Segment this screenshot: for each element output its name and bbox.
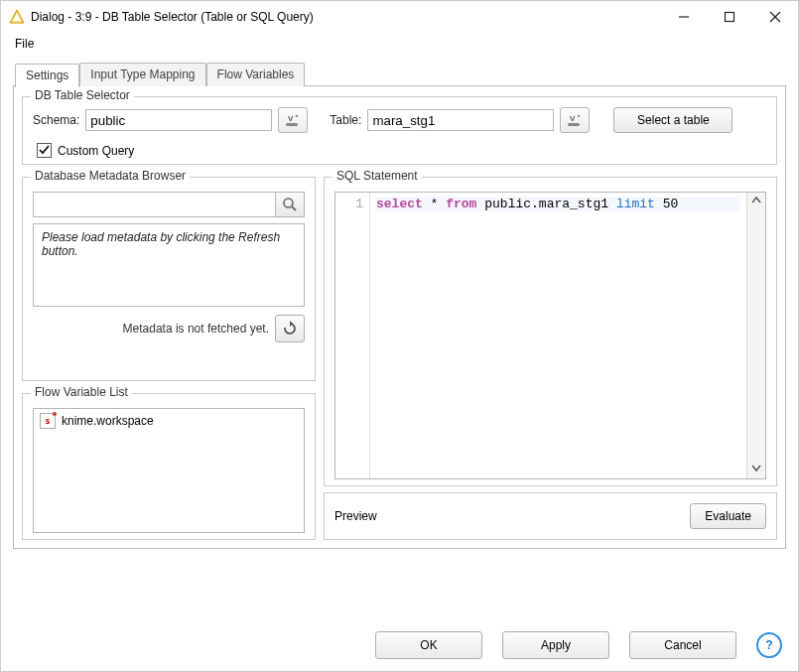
minimize-button[interactable]: [661, 1, 707, 33]
sql-scrollbar[interactable]: [746, 193, 765, 478]
table-input[interactable]: [367, 109, 554, 131]
custom-query-checkbox[interactable]: Custom Query: [37, 143, 766, 158]
menu-file[interactable]: File: [9, 35, 40, 53]
svg-marker-14: [290, 321, 293, 327]
table-var-button[interactable]: V: [560, 107, 590, 133]
sql-kw-select: select: [376, 197, 423, 211]
custom-query-label: Custom Query: [58, 144, 134, 158]
flow-variable-list[interactable]: s knime.workspace: [33, 408, 305, 533]
app-icon: [9, 9, 25, 25]
dialog-window: Dialog - 3:9 - DB Table Selector (Table …: [0, 0, 799, 672]
scroll-down-icon[interactable]: [751, 463, 761, 478]
cancel-button[interactable]: Cancel: [629, 631, 736, 659]
schema-label: Schema:: [33, 113, 79, 127]
sql-num: 50: [655, 197, 678, 211]
select-table-button[interactable]: Select a table: [613, 107, 732, 133]
content-area: Settings Input Type Mapping Flow Variabl…: [1, 55, 798, 619]
svg-line-13: [292, 206, 296, 210]
svg-point-11: [578, 115, 581, 118]
metadata-status-line: Metadata is not fetched yet.: [33, 315, 305, 342]
svg-text:V: V: [570, 114, 576, 123]
metadata-search-row: [33, 192, 305, 217]
evaluate-button[interactable]: Evaluate: [690, 503, 766, 529]
window-controls: [661, 1, 798, 33]
svg-line-4: [770, 12, 780, 22]
sql-statement-group: SQL Statement 1 select * from public.mar…: [324, 177, 777, 486]
titlebar: Dialog - 3:9 - DB Table Selector (Table …: [1, 1, 798, 33]
window-title: Dialog - 3:9 - DB Table Selector (Table …: [31, 10, 661, 24]
metadata-refresh-button[interactable]: [275, 315, 305, 342]
svg-rect-10: [568, 123, 580, 126]
search-icon: [282, 197, 298, 212]
split-zone: Database Metadata Browser Please load me…: [22, 171, 777, 540]
tab-body: DB Table Selector Schema: V Table: V Sel…: [13, 85, 786, 549]
group-title-metadata: Database Metadata Browser: [31, 169, 190, 183]
metadata-browser-group: Database Metadata Browser Please load me…: [22, 177, 316, 381]
svg-line-5: [770, 12, 780, 22]
preview-label: Preview: [334, 509, 377, 523]
sql-code[interactable]: select * from public.mara_stg1 limit 50: [370, 193, 746, 478]
tab-strip: Settings Input Type Mapping Flow Variabl…: [15, 63, 786, 86]
table-label: Table:: [330, 113, 361, 127]
sql-tbl: public.mara_stg1: [476, 197, 615, 211]
svg-point-8: [296, 115, 299, 118]
preview-panel: Preview Evaluate: [324, 492, 777, 540]
left-column: Database Metadata Browser Please load me…: [22, 171, 316, 540]
sql-kw-from: from: [446, 197, 476, 211]
selector-row: Schema: V Table: V Select a table: [33, 107, 766, 133]
flow-variable-list-group: Flow Variable List s knime.workspace: [22, 393, 316, 540]
bottom-bar: OK Apply Cancel ?: [1, 619, 798, 671]
apply-button[interactable]: Apply: [502, 631, 609, 659]
db-table-selector-group: DB Table Selector Schema: V Table: V Sel…: [22, 96, 777, 165]
ok-button[interactable]: OK: [375, 631, 482, 659]
group-title-flowvars: Flow Variable List: [31, 385, 132, 399]
group-title-selector: DB Table Selector: [31, 88, 134, 102]
help-button[interactable]: ?: [756, 632, 782, 658]
right-column: SQL Statement 1 select * from public.mar…: [324, 171, 777, 540]
metadata-status-text: Metadata is not fetched yet.: [123, 322, 269, 336]
checkbox-icon: [37, 143, 52, 158]
maximize-button[interactable]: [707, 1, 752, 33]
help-icon: ?: [765, 638, 772, 652]
scroll-up-icon[interactable]: [751, 193, 761, 208]
sql-gutter: 1: [335, 193, 370, 478]
flow-variable-item[interactable]: s knime.workspace: [40, 413, 298, 429]
svg-text:V: V: [288, 114, 294, 123]
flow-variable-label: knime.workspace: [62, 414, 154, 428]
tab-flow-variables[interactable]: Flow Variables: [206, 63, 306, 86]
svg-rect-3: [726, 13, 734, 22]
string-var-icon: s: [40, 413, 56, 429]
refresh-icon: [282, 321, 298, 336]
metadata-message: Please load metadata by clicking the Ref…: [33, 223, 305, 307]
svg-point-12: [284, 199, 293, 207]
schema-var-button[interactable]: V: [278, 107, 308, 133]
close-button[interactable]: [752, 1, 798, 33]
sql-editor[interactable]: 1 select * from public.mara_stg1 limit 5…: [334, 192, 766, 479]
sql-kw-limit: limit: [616, 197, 655, 211]
metadata-search-button[interactable]: [276, 192, 305, 217]
svg-rect-7: [286, 123, 298, 126]
group-title-sql: SQL Statement: [333, 169, 422, 183]
tab-input-type-mapping[interactable]: Input Type Mapping: [79, 63, 205, 86]
metadata-search-input[interactable]: [33, 192, 276, 217]
tab-settings[interactable]: Settings: [15, 64, 79, 87]
sql-star: *: [423, 197, 446, 211]
schema-input[interactable]: [85, 109, 272, 131]
menubar: File: [1, 33, 798, 55]
